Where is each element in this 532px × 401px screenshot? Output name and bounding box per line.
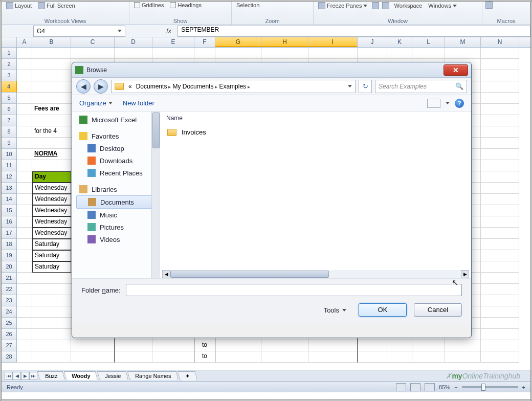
cell[interactable]: [17, 138, 32, 149]
nav-downloads[interactable]: Downloads: [76, 154, 156, 167]
headings-checkbox[interactable]: Headings: [168, 2, 203, 9]
row-header[interactable]: 8: [2, 126, 17, 138]
nav-recent[interactable]: Recent Places: [76, 167, 156, 179]
organize-button[interactable]: Organize: [79, 99, 113, 107]
row-header[interactable]: 23: [2, 295, 17, 306]
cell[interactable]: [481, 284, 519, 295]
row-header[interactable]: 20: [2, 261, 17, 273]
col-header-L[interactable]: L: [412, 37, 445, 47]
workspace-button[interactable]: Workspace: [392, 2, 424, 9]
freeze-panes-button[interactable]: Freeze Panes: [317, 2, 369, 10]
breadcrumb-item[interactable]: Documents: [135, 83, 169, 90]
row-header[interactable]: 24: [2, 306, 17, 318]
page-layout-view-button[interactable]: [410, 383, 420, 391]
back-button[interactable]: ◀: [76, 79, 91, 94]
sheet-tab[interactable]: Jessie: [97, 371, 129, 380]
cell[interactable]: [481, 81, 519, 93]
cell[interactable]: [17, 306, 32, 318]
cell[interactable]: [17, 284, 32, 295]
windows-button[interactable]: Windows: [427, 2, 458, 9]
forward-button[interactable]: ▶: [94, 79, 108, 94]
cell[interactable]: [481, 239, 519, 250]
tab-first-button[interactable]: ⏮: [5, 372, 13, 380]
cell[interactable]: [32, 138, 71, 149]
zoom-slider[interactable]: [462, 386, 518, 388]
cell[interactable]: [17, 160, 32, 171]
cell[interactable]: Wednesday: [32, 205, 71, 216]
cell[interactable]: [32, 318, 71, 329]
nav-pictures[interactable]: Pictures: [76, 221, 156, 233]
horizontal-scrollbar[interactable]: ◀ ▶: [162, 270, 469, 278]
cell[interactable]: [481, 171, 519, 183]
cell[interactable]: [481, 93, 519, 104]
cell[interactable]: [17, 104, 32, 115]
cell[interactable]: [17, 194, 32, 205]
cell[interactable]: [481, 160, 519, 171]
cell[interactable]: [17, 205, 32, 216]
row-header[interactable]: 5: [2, 93, 17, 104]
nav-videos[interactable]: Videos: [76, 233, 156, 246]
row-header[interactable]: 3: [2, 70, 17, 81]
nav-documents[interactable]: Documents: [76, 195, 156, 209]
col-header-D[interactable]: D: [115, 37, 152, 47]
help-icon[interactable]: ?: [455, 99, 464, 108]
breadcrumb-item[interactable]: Examples: [217, 83, 248, 90]
cell[interactable]: Fees are: [32, 104, 71, 115]
cell[interactable]: [32, 273, 71, 284]
cell[interactable]: [32, 93, 71, 104]
cell[interactable]: [17, 318, 32, 329]
cell[interactable]: [481, 183, 519, 194]
tab-prev-button[interactable]: ◀: [13, 372, 21, 380]
file-pane[interactable]: Name Invoices ↖ ◀ ▶: [160, 112, 471, 278]
sheet-tab[interactable]: Buzz: [37, 371, 65, 380]
cell[interactable]: [358, 351, 387, 363]
row-header[interactable]: 17: [2, 228, 17, 239]
cell[interactable]: [32, 284, 71, 295]
selection-button[interactable]: Selection: [235, 2, 261, 9]
cell[interactable]: [481, 126, 519, 138]
cell[interactable]: [481, 59, 519, 70]
file-item[interactable]: Invoices: [160, 125, 471, 139]
col-header-F[interactable]: F: [194, 37, 215, 47]
row-header[interactable]: 1: [2, 48, 17, 59]
tab-next-button[interactable]: ▶: [21, 372, 29, 380]
col-header-K[interactable]: K: [387, 37, 412, 47]
tab-last-button[interactable]: ⏭: [29, 372, 37, 380]
row-header[interactable]: 6: [2, 104, 17, 115]
cell[interactable]: [481, 228, 519, 239]
cell[interactable]: [194, 48, 215, 59]
cell[interactable]: NORMA: [32, 149, 71, 160]
cell[interactable]: [481, 318, 519, 329]
cell[interactable]: [481, 250, 519, 261]
sheet-tab[interactable]: Woody: [64, 371, 98, 380]
cell[interactable]: Wednesday: [32, 216, 71, 228]
cell[interactable]: [481, 261, 519, 273]
row-header[interactable]: 16: [2, 216, 17, 228]
cell[interactable]: [481, 295, 519, 306]
cell[interactable]: Day: [32, 171, 71, 183]
new-folder-button[interactable]: New folder: [123, 99, 154, 107]
nav-libraries[interactable]: Libraries: [76, 183, 156, 195]
cell[interactable]: [17, 59, 32, 70]
view-options-button[interactable]: [427, 99, 440, 108]
cell[interactable]: [17, 48, 32, 59]
cell[interactable]: for the 4: [32, 126, 71, 138]
cell[interactable]: [481, 138, 519, 149]
split-icon[interactable]: [372, 2, 379, 9]
cell[interactable]: [17, 126, 32, 138]
cell[interactable]: [32, 160, 71, 171]
cell[interactable]: [481, 104, 519, 115]
col-header-E[interactable]: E: [152, 37, 194, 47]
cell[interactable]: [17, 351, 32, 363]
cell[interactable]: [71, 340, 115, 351]
cell[interactable]: [32, 351, 71, 363]
cell[interactable]: [445, 48, 481, 59]
cell[interactable]: [445, 351, 481, 363]
cell[interactable]: [17, 273, 32, 284]
col-header-B[interactable]: B: [32, 37, 71, 47]
name-box[interactable]: G4: [33, 26, 125, 37]
ok-button[interactable]: OK: [359, 303, 407, 317]
chevron-down-icon[interactable]: [118, 30, 122, 32]
cell[interactable]: [481, 273, 519, 284]
cell[interactable]: Wednesday: [32, 228, 71, 239]
